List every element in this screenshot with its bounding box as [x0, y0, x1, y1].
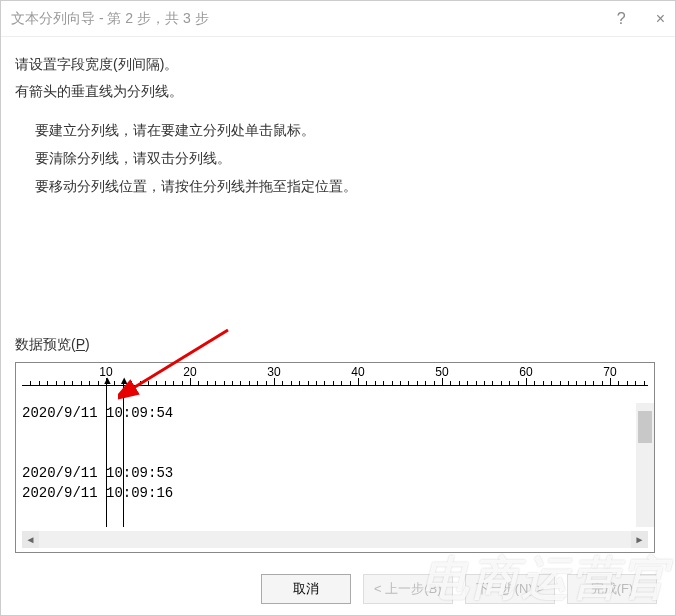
- back-button[interactable]: < 上一步(B): [363, 574, 453, 604]
- dialog-content: 请设置字段宽度(列间隔)。 有箭头的垂直线为分列线。 要建立分列线，请在要建立分…: [1, 37, 675, 561]
- text-to-columns-wizard-dialog: 文本分列向导 - 第 2 步，共 3 步 ? × 请设置字段宽度(列间隔)。 有…: [0, 0, 676, 616]
- dialog-title: 文本分列向导 - 第 2 步，共 3 步: [11, 10, 617, 28]
- vertical-scrollbar[interactable]: [636, 403, 654, 527]
- button-row: 取消 < 上一步(B) 下一步(N) > 完成(F): [1, 561, 675, 615]
- preview-box: 10203040506070▲▲ 2020/9/11 10:09:542020/…: [15, 362, 655, 553]
- sub-instruction-line: 要清除分列线，请双击分列线。: [35, 144, 655, 172]
- title-controls: ? ×: [617, 10, 665, 28]
- data-preview-area[interactable]: 2020/9/11 10:09:542020/9/11 10:09:532020…: [22, 403, 648, 527]
- scrollbar-thumb[interactable]: [638, 411, 652, 443]
- instruction-line: 请设置字段宽度(列间隔)。: [15, 51, 655, 78]
- ruler[interactable]: 10203040506070▲▲: [22, 369, 648, 403]
- finish-button[interactable]: 完成(F): [567, 574, 657, 604]
- cancel-button[interactable]: 取消: [261, 574, 351, 604]
- data-row: [22, 423, 648, 443]
- close-icon[interactable]: ×: [656, 10, 665, 28]
- column-break-line[interactable]: [106, 403, 107, 527]
- column-break-line[interactable]: [123, 403, 124, 527]
- sub-instruction-line: 要建立分列线，请在要建立分列处单击鼠标。: [35, 116, 655, 144]
- help-icon[interactable]: ?: [617, 10, 626, 28]
- instructions: 请设置字段宽度(列间隔)。 有箭头的垂直线为分列线。: [15, 51, 655, 104]
- data-row: 2020/9/11 10:09:16: [22, 483, 648, 503]
- next-button[interactable]: 下一步(N) >: [465, 574, 555, 604]
- data-row: [22, 443, 648, 463]
- scroll-left-icon[interactable]: ◄: [22, 531, 39, 548]
- column-break-marker[interactable]: ▲: [123, 386, 124, 403]
- sub-instructions: 要建立分列线，请在要建立分列处单击鼠标。 要清除分列线，请双击分列线。 要移动分…: [15, 116, 655, 200]
- horizontal-scrollbar[interactable]: ◄ ►: [22, 531, 648, 548]
- instruction-line: 有箭头的垂直线为分列线。: [15, 78, 655, 105]
- data-row: 2020/9/11 10:09:53: [22, 463, 648, 483]
- scroll-right-icon[interactable]: ►: [631, 531, 648, 548]
- preview-label: 数据预览(P): [15, 336, 655, 354]
- data-row: 2020/9/11 10:09:54: [22, 403, 648, 423]
- sub-instruction-line: 要移动分列线位置，请按住分列线并拖至指定位置。: [35, 172, 655, 200]
- titlebar: 文本分列向导 - 第 2 步，共 3 步 ? ×: [1, 1, 675, 37]
- column-break-marker[interactable]: ▲: [106, 386, 107, 403]
